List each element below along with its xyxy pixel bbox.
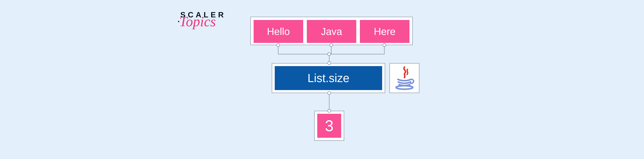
scaler-topics-logo: SCALER Topics: [180, 10, 229, 26]
list-item-box: Here: [360, 20, 410, 43]
method-frame: List.size: [272, 63, 385, 93]
svg-point-0: [396, 86, 413, 89]
svg-point-9: [328, 52, 331, 56]
java-logo-icon: [394, 66, 416, 90]
result-value-box: 3: [317, 114, 341, 138]
list-item-box: Hello: [254, 20, 303, 43]
list-item-box: Java: [307, 20, 356, 43]
diagram-canvas: SCALER Topics Hello Java Here List.size: [0, 0, 644, 159]
list-items-row: Hello Java Here: [250, 17, 413, 45]
result-frame: 3: [314, 111, 344, 141]
java-logo-frame: [390, 63, 419, 93]
logo-dot-icon: [178, 21, 179, 22]
method-box: List.size: [275, 66, 382, 90]
